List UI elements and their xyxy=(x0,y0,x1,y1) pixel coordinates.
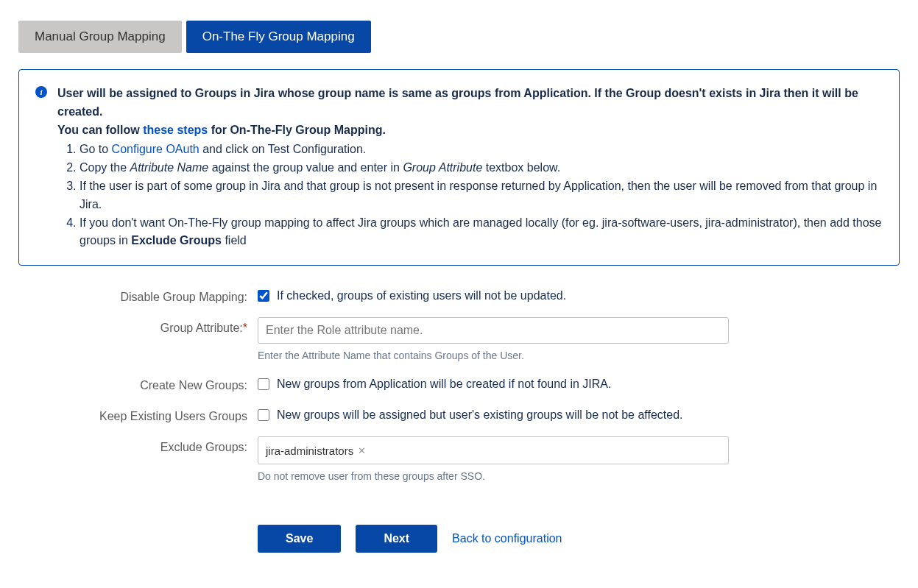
info-heading-1: User will be assigned to Groups in Jira … xyxy=(57,87,858,118)
info-heading-2-prefix: You can follow xyxy=(57,124,143,136)
info-step-1: Go to Configure OAuth and click on Test … xyxy=(80,141,883,159)
next-button[interactable]: Next xyxy=(356,525,437,553)
help-exclude-groups: Do not remove user from these groups aft… xyxy=(258,470,729,482)
row-exclude-groups: Exclude Groups: jira-administrators ✕ Do… xyxy=(18,436,900,482)
link-these-steps[interactable]: these steps xyxy=(143,124,208,136)
checkbox-keep-existing[interactable] xyxy=(258,409,269,421)
tag-exclude-group: jira-administrators ✕ xyxy=(264,443,367,458)
link-back-to-configuration[interactable]: Back to configuration xyxy=(452,532,562,545)
row-group-attribute: Group Attribute:* Enter the Attribute Na… xyxy=(18,317,900,361)
tab-on-the-fly-group-mapping[interactable]: On-The Fly Group Mapping xyxy=(186,21,371,53)
link-configure-oauth[interactable]: Configure OAuth xyxy=(112,143,200,155)
label-disable-group-mapping: Disable Group Mapping: xyxy=(18,286,258,304)
check-line-create-new[interactable]: New groups from Application will be crea… xyxy=(258,375,729,391)
info-icon: i xyxy=(35,86,47,98)
checkbox-disable-group-mapping[interactable] xyxy=(258,290,269,302)
input-group-attribute[interactable] xyxy=(258,317,729,344)
info-step-4: If you don't want On-The-Fly group mappi… xyxy=(80,214,883,251)
row-keep-existing: Keep Existing Users Groups New groups wi… xyxy=(18,405,900,423)
checkbox-keep-existing-text: New groups will be assigned but user's e… xyxy=(277,408,683,422)
info-step-3: If the user is part of some group in Jir… xyxy=(80,177,883,214)
tab-manual-group-mapping[interactable]: Manual Group Mapping xyxy=(18,21,182,53)
required-marker: * xyxy=(243,322,247,334)
checkbox-create-new-text: New groups from Application will be crea… xyxy=(277,378,611,391)
help-group-attribute: Enter the Attribute Name that contains G… xyxy=(258,350,729,361)
save-button[interactable]: Save xyxy=(258,525,341,553)
check-line-disable[interactable]: If checked, groups of existing users wil… xyxy=(258,286,729,302)
label-exclude-groups: Exclude Groups: xyxy=(18,436,258,454)
info-panel: i User will be assigned to Groups in Jir… xyxy=(18,69,900,266)
row-disable-group-mapping: Disable Group Mapping: If checked, group… xyxy=(18,286,900,304)
info-steps-list: Go to Configure OAuth and click on Test … xyxy=(80,141,883,250)
info-step-2: Copy the Attribute Name against the grou… xyxy=(80,159,883,177)
label-group-attribute: Group Attribute:* xyxy=(18,317,258,335)
tag-remove-icon[interactable]: ✕ xyxy=(358,445,366,456)
label-create-new-groups: Create New Groups: xyxy=(18,375,258,392)
info-body: User will be assigned to Groups in Jira … xyxy=(57,85,883,250)
info-heading-2-suffix: for On-The-Fly Group Mapping. xyxy=(208,124,386,136)
checkbox-disable-text: If checked, groups of existing users wil… xyxy=(277,289,566,302)
tab-bar: Manual Group Mapping On-The Fly Group Ma… xyxy=(18,21,900,53)
checkbox-create-new-groups[interactable] xyxy=(258,378,269,390)
row-buttons: Save Next Back to configuration xyxy=(18,495,900,553)
check-line-keep-existing[interactable]: New groups will be assigned but user's e… xyxy=(258,405,729,422)
form-area: Disable Group Mapping: If checked, group… xyxy=(18,286,900,553)
input-exclude-groups[interactable]: jira-administrators ✕ xyxy=(258,436,729,464)
row-create-new-groups: Create New Groups: New groups from Appli… xyxy=(18,375,900,392)
button-row: Save Next Back to configuration xyxy=(258,525,729,553)
label-keep-existing: Keep Existing Users Groups xyxy=(18,405,258,423)
